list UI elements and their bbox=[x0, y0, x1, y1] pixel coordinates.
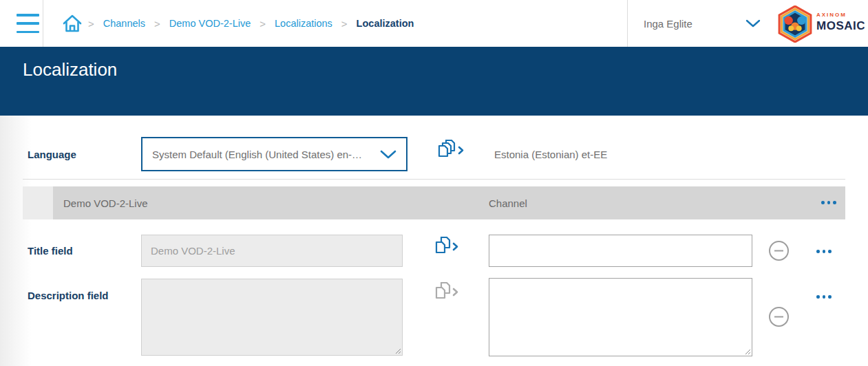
target-language-text: Estonia (Estonian) et-EE bbox=[494, 149, 607, 160]
description-actions-menu-button[interactable] bbox=[814, 292, 834, 301]
description-field-label: Description field bbox=[28, 290, 109, 301]
entity-actions-menu-button[interactable] bbox=[818, 198, 839, 207]
breadcrumb-link-channels[interactable]: Channels bbox=[103, 18, 145, 29]
title-target-input[interactable] bbox=[489, 235, 752, 267]
copy-title-button[interactable] bbox=[434, 237, 460, 259]
app-window: > Channels > Demo VOD-2-Live > Localizat… bbox=[0, 0, 868, 366]
copy-icon bbox=[434, 282, 460, 302]
title-actions-menu-button[interactable] bbox=[814, 247, 834, 256]
breadcrumb-chevron-icon: > bbox=[154, 18, 160, 30]
chevron-down-icon bbox=[380, 150, 396, 159]
ellipsis-icon bbox=[821, 201, 825, 204]
copy-icon bbox=[434, 237, 460, 257]
page-header: Localization bbox=[0, 47, 868, 116]
chevron-down-icon bbox=[745, 19, 761, 28]
user-menu[interactable]: Inga Eglite bbox=[644, 0, 761, 47]
breadcrumb-chevron-icon: > bbox=[341, 18, 348, 30]
entity-type: Channel bbox=[489, 197, 527, 209]
copy-all-fields-button[interactable] bbox=[436, 140, 465, 164]
breadcrumb-link-localizations[interactable]: Localizations bbox=[275, 18, 332, 29]
breadcrumb-chevron-icon: > bbox=[260, 18, 266, 30]
language-select[interactable]: System Default (English (United States) … bbox=[141, 137, 407, 171]
ellipsis-icon bbox=[816, 250, 820, 253]
breadcrumb-current: Localization bbox=[357, 18, 414, 29]
topbar-divider bbox=[627, 0, 628, 47]
remove-title-localization-button[interactable] bbox=[768, 240, 790, 264]
copy-stack-icon bbox=[436, 140, 465, 162]
hamburger-menu-button[interactable] bbox=[17, 14, 39, 33]
page-title: Localization bbox=[23, 59, 117, 80]
mosaic-hexagon-icon bbox=[776, 6, 814, 43]
description-target-textarea[interactable] bbox=[489, 278, 752, 356]
entity-name: Demo VOD-2-Live bbox=[63, 197, 148, 209]
brand-name-axinom: AXINOM bbox=[816, 12, 865, 18]
remove-description-localization-button[interactable] bbox=[768, 306, 790, 330]
user-name: Inga Eglite bbox=[644, 18, 692, 30]
language-label: Language bbox=[28, 149, 76, 160]
entity-row: Demo VOD-2-Live bbox=[53, 186, 845, 219]
entity-row-handle bbox=[23, 186, 53, 219]
minus-circle-icon bbox=[768, 240, 790, 261]
breadcrumb-link-demo-vod-2-live[interactable]: Demo VOD-2-Live bbox=[169, 18, 251, 29]
description-source-textarea bbox=[141, 279, 403, 356]
hamburger-icon bbox=[17, 14, 39, 17]
brand-name-mosaic: MOSAIC bbox=[816, 19, 865, 33]
ellipsis-icon bbox=[816, 295, 820, 299]
breadcrumb: > Channels > Demo VOD-2-Live > Localizat… bbox=[88, 0, 414, 47]
home-icon bbox=[62, 13, 83, 34]
title-field-label: Title field bbox=[28, 245, 73, 257]
brand-logo: AXINOM MOSAIC bbox=[776, 6, 814, 45]
minus-circle-icon bbox=[768, 306, 790, 327]
language-select-value: System Default (English (United States) … bbox=[152, 149, 362, 160]
breadcrumb-chevron-icon: > bbox=[88, 18, 94, 30]
copy-description-button-disabled bbox=[434, 282, 460, 305]
title-source-input bbox=[141, 235, 403, 267]
home-button[interactable] bbox=[62, 13, 83, 34]
top-bar: > Channels > Demo VOD-2-Live > Localizat… bbox=[0, 0, 868, 47]
section-divider bbox=[23, 179, 845, 180]
topbar-divider bbox=[43, 0, 43, 47]
